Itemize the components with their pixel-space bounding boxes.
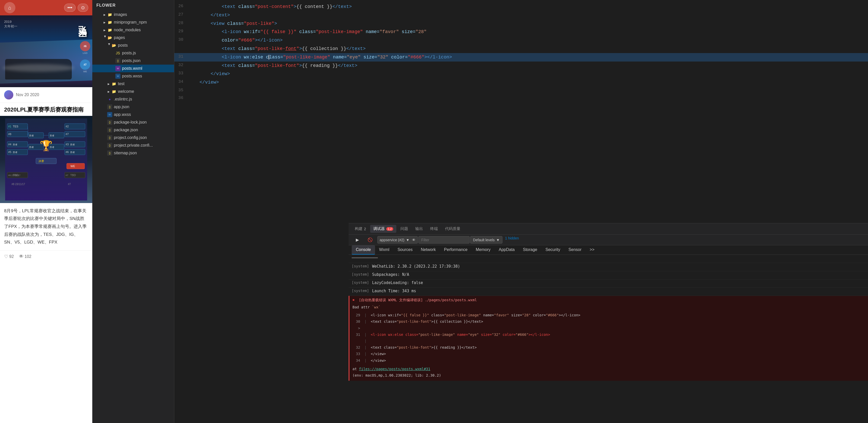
code-line-35: 35: [174, 87, 868, 94]
json-file-icon: {}: [107, 143, 112, 148]
folder-icon: 📁: [107, 20, 112, 25]
wxss-file-icon: W: [107, 112, 112, 117]
explorer-item-posts-wxml[interactable]: ▶ W posts.wxml: [92, 65, 174, 72]
subtab-wxml[interactable]: Wxml: [375, 245, 394, 254]
explorer-item-project-config[interactable]: ▶ {} project.config.json: [92, 134, 174, 142]
explorer-item-eslintrc[interactable]: ▶ ● .eslintrc.js: [92, 95, 174, 103]
explorer-item-posts-json[interactable]: ▶ {} posts.json: [92, 57, 174, 65]
js-file-icon: JS: [115, 51, 121, 56]
console-action-clear[interactable]: 🚫: [364, 236, 377, 244]
svg-text:#2: #2: [66, 125, 69, 128]
code-editor[interactable]: 26 <text class="post-content">{{ content…: [174, 0, 868, 223]
svg-text:胜者: 胜者: [13, 143, 18, 146]
explorer-item-app-json[interactable]: ▶ {} app.json: [92, 103, 174, 111]
default-levels-select[interactable]: Default levels ▼: [470, 236, 502, 244]
arrow-icon: ▶: [102, 28, 106, 32]
explorer-item-node-modules[interactable]: ▶ 📁 node_modules: [92, 26, 174, 34]
svg-text:#8 23/11/17: #8 23/11/17: [8, 174, 21, 177]
subtab-security[interactable]: Security: [541, 245, 564, 254]
post-card-image: 2019 大年初一 飞驰人生 #6 LGD #7: [0, 16, 92, 87]
subtab-storage[interactable]: Storage: [519, 245, 541, 254]
json-file-icon: {}: [107, 104, 112, 110]
tab-debugger[interactable]: 调试器 1,2: [370, 225, 396, 233]
folder-icon: 📁: [111, 81, 116, 86]
phone-controls: ••• ⊙: [64, 4, 88, 12]
chevron-down-icon: ▼: [496, 238, 500, 242]
tab-build[interactable]: 构建 2: [352, 225, 369, 233]
svg-text:胜者: 胜者: [50, 134, 54, 137]
json-file-icon: {}: [115, 58, 121, 63]
tab-code-quality[interactable]: 代码质量: [442, 225, 463, 233]
code-line-32: 32 <text class="post-like-font">{{ readi…: [174, 62, 868, 70]
console-output: ━━━━━━━━━━━━━ [system] WeChatLib: 2.30.2…: [349, 255, 868, 423]
code-area: 26 <text class="post-content">{{ content…: [174, 0, 868, 223]
devtools-tabs-bar: 构建 2 调试器 1,2 问题 输出 终端 代码质量 ✕: [349, 223, 868, 235]
svg-text:胜者: 胜者: [29, 134, 34, 137]
record-button[interactable]: ⊙: [78, 4, 88, 12]
subtab-network[interactable]: Network: [416, 245, 440, 254]
explorer-item-welcome[interactable]: ▶ 📁 welcome: [92, 88, 174, 95]
explorer-item-project-private[interactable]: ▶ {} project.private.confi...: [92, 142, 174, 149]
sidebar-icon-6: #6 LGD: [80, 41, 90, 54]
code-line-33: 33 </view>: [174, 70, 868, 78]
console-action-execute[interactable]: ▶: [352, 236, 363, 244]
sidebar-icon-7: #7 WE: [80, 59, 90, 73]
code-line-27: 27 </text>: [174, 11, 868, 20]
explorer-item-miniprogram-npm[interactable]: ▶ 📁 miniprogram_npm: [92, 19, 174, 26]
arrow-icon: ▶: [106, 82, 111, 86]
folder-icon: 📁: [111, 89, 116, 94]
svg-text:#4: #4: [8, 143, 11, 146]
filter-input[interactable]: [418, 236, 470, 244]
bracket-image: 🏆 #1 TES #8 #4 胜者: [0, 116, 92, 203]
subtab-performance[interactable]: Performance: [440, 245, 472, 254]
more-button[interactable]: •••: [64, 4, 75, 12]
explorer-item-pages[interactable]: ▶ 📂 pages: [92, 34, 174, 41]
svg-text:#8 23/11/17: #8 23/11/17: [11, 183, 25, 186]
svg-text:TBD: TBD: [70, 174, 76, 177]
explorer-item-sitemap[interactable]: ▶ {} sitemap.json: [92, 149, 174, 157]
subtab-memory[interactable]: Memory: [472, 245, 495, 254]
view-count: 👁 102: [19, 254, 32, 259]
explorer-item-app-wxss[interactable]: ▶ W app.wxss: [92, 111, 174, 118]
code-line-30a: 30 color="#666"></l-icon>: [174, 36, 868, 44]
error-link[interactable]: files://pages/posts/posts.wxml#31: [359, 367, 430, 371]
tab-problems[interactable]: 问题: [397, 225, 411, 233]
tab-output[interactable]: 输出: [412, 225, 426, 233]
home-button[interactable]: ⌂: [4, 2, 16, 13]
explorer-header: FLOWER: [92, 0, 174, 11]
like-count: ♡ 92: [4, 254, 14, 260]
phone-panel: ⌂ ••• ⊙ 2019 大年初一: [0, 0, 92, 423]
post-stats: ♡ 92 👁 102: [0, 250, 92, 263]
phone-topbar: ⌂ ••• ⊙: [0, 0, 92, 16]
code-line-31: 31 <l-icon wx:else class="post-like-imag…: [174, 53, 868, 62]
explorer-item-posts-wxss[interactable]: ▶ W posts.wxss: [92, 72, 174, 80]
svg-text:胜者: 胜者: [70, 143, 75, 146]
svg-text:#6: #6: [66, 150, 69, 154]
eye-icon: 👁: [412, 238, 415, 242]
subtab-appdata[interactable]: AppData: [495, 245, 519, 254]
avatar: [4, 90, 13, 99]
svg-text:#7: #7: [66, 132, 69, 135]
subtab-sensor[interactable]: Sensor: [564, 245, 586, 254]
subtab-console[interactable]: Console: [352, 245, 375, 254]
folder-open-icon: 📂: [107, 35, 112, 40]
subtab-sources[interactable]: Sources: [394, 245, 417, 254]
appservice-select[interactable]: appservice (#2) ▼ 👁: [377, 236, 418, 244]
console-log-4: [system] Launch Time: 343 ms WAServiceMa…: [349, 288, 868, 296]
console-log-1: [system] WeChatLib: 2.30.2 (2023.2.22 17…: [349, 263, 868, 271]
subtab-more[interactable]: >>: [586, 245, 598, 254]
movie-title: 飞驰人生: [77, 20, 88, 24]
explorer-item-package-lock[interactable]: ▶ {} package-lock.json: [92, 118, 174, 126]
explorer-item-package-json[interactable]: ▶ {} package.json: [92, 126, 174, 134]
wxml-file-icon: W: [115, 66, 121, 71]
svg-text:WE: WE: [70, 164, 75, 168]
year-overlay: 2019 大年初一: [4, 20, 18, 29]
tab-terminal[interactable]: 终端: [427, 225, 441, 233]
file-explorer: FLOWER ▶ 📁 images ▶ 📁 miniprogram_npm ▶ …: [92, 0, 174, 423]
explorer-item-posts-folder[interactable]: ▶ 📂 posts: [92, 41, 174, 49]
explorer-item-posts-js[interactable]: ▶ JS posts.js: [92, 49, 174, 57]
arrow-icon: ▶: [102, 36, 106, 40]
svg-text:决赛: 决赛: [38, 159, 44, 162]
explorer-item-images[interactable]: ▶ 📁 images: [92, 11, 174, 19]
explorer-item-test[interactable]: ▶ 📁 test: [92, 80, 174, 88]
